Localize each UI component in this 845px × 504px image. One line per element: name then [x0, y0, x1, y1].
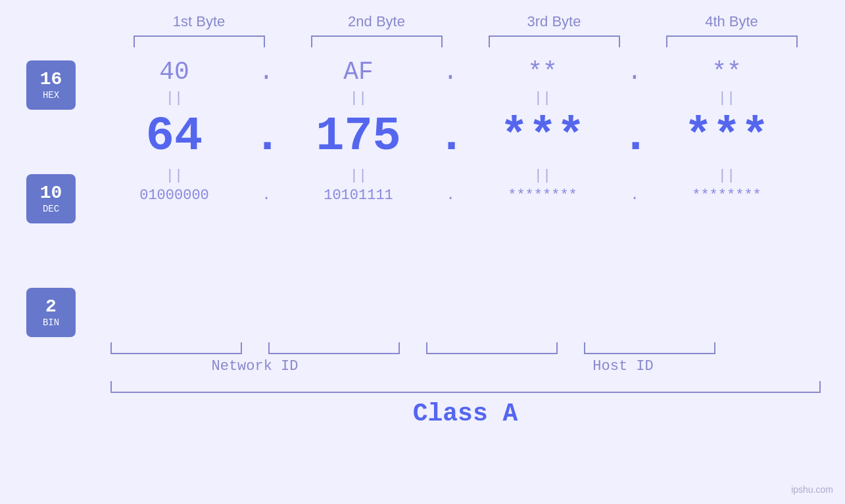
- main-content-area: 16 HEX 10 DEC 2 BIN 40 . AF . ** . **: [0, 54, 845, 337]
- hex-badge: 16 HEX: [26, 60, 76, 110]
- dec-badge-num: 10: [40, 183, 62, 204]
- dec-val-3: ***: [464, 110, 621, 164]
- bottom-section: Network ID Host ID Class A: [110, 342, 821, 428]
- bin-val-4: ********: [648, 187, 806, 204]
- byte-label-1: 1st Byte: [120, 13, 278, 30]
- bin-sep-2: .: [437, 187, 464, 204]
- top-bracket-3: [489, 35, 620, 47]
- class-label-container: Class A: [110, 400, 821, 428]
- eq-4: ||: [648, 90, 806, 106]
- eq2-3: ||: [464, 168, 621, 184]
- byte-label-4: 4th Byte: [653, 13, 811, 30]
- host-bracket-3: [426, 342, 558, 354]
- byte-labels-row: 1st Byte 2nd Byte 3rd Byte 4th Byte: [110, 13, 821, 30]
- watermark: ipshu.com: [791, 484, 833, 495]
- data-grid: 40 . AF . ** . ** || || || || 64: [95, 54, 845, 204]
- bin-sep-3: .: [621, 187, 648, 204]
- bottom-brackets: [110, 342, 821, 354]
- bin-badge-label: BIN: [43, 317, 59, 328]
- bin-val-3: ********: [464, 187, 621, 204]
- eq2-4: ||: [648, 168, 806, 184]
- hex-badge-label: HEX: [43, 90, 59, 101]
- byte-label-2: 2nd Byte: [298, 13, 456, 30]
- eq2-2: ||: [279, 168, 437, 184]
- label-gap: [400, 358, 426, 375]
- badges-column: 16 HEX 10 DEC 2 BIN: [26, 60, 76, 337]
- hex-sep-1: .: [253, 58, 279, 86]
- top-bracket-4: [666, 35, 798, 47]
- hex-sep-3: .: [621, 58, 648, 86]
- host-bracket-4: [584, 342, 715, 354]
- top-bracket-1: [133, 35, 265, 47]
- big-bottom-bracket: [110, 381, 821, 393]
- hex-val-1: 40: [95, 58, 253, 86]
- bin-val-2: 10101111: [279, 187, 437, 204]
- hex-badge-num: 16: [40, 70, 62, 90]
- top-bracket-row: [110, 35, 821, 47]
- sep-space-3: [558, 342, 584, 354]
- network-id-label: Network ID: [110, 358, 400, 375]
- network-bracket-2: [268, 342, 400, 354]
- dec-badge-label: DEC: [43, 204, 59, 214]
- bin-val-1: 01000000: [95, 187, 253, 204]
- bin-data-row: 01000000 . 10101111 . ******** . *******…: [95, 187, 845, 204]
- eq-3: ||: [464, 90, 621, 106]
- dec-sep-3: .: [621, 110, 648, 164]
- dec-val-2: 175: [279, 110, 437, 164]
- hex-val-2: AF: [279, 58, 437, 86]
- network-bracket-1: [110, 342, 242, 354]
- hex-val-3: **: [464, 58, 621, 86]
- eq-row-2: || || || ||: [95, 166, 845, 185]
- eq-row-1: || || || ||: [95, 89, 845, 107]
- main-container: 1st Byte 2nd Byte 3rd Byte 4th Byte 16 H…: [0, 0, 845, 504]
- top-bracket-2: [311, 35, 443, 47]
- eq2-1: ||: [95, 168, 253, 184]
- dec-badge: 10 DEC: [26, 174, 76, 223]
- eq-1: ||: [95, 90, 253, 106]
- hex-sep-2: .: [437, 58, 464, 86]
- bin-badge: 2 BIN: [26, 288, 76, 337]
- class-label: Class A: [413, 400, 518, 428]
- sep-space-2: [400, 342, 426, 354]
- host-id-label: Host ID: [426, 358, 821, 375]
- dec-val-1: 64: [95, 110, 253, 164]
- dec-sep-2: .: [437, 110, 464, 164]
- eq-2: ||: [279, 90, 437, 106]
- dec-data-row: 64 . 175 . *** . ***: [95, 110, 845, 164]
- hex-data-row: 40 . AF . ** . **: [95, 58, 845, 86]
- bin-sep-1: .: [253, 187, 279, 204]
- hex-val-4: **: [648, 58, 806, 86]
- dec-sep-1: .: [253, 110, 279, 164]
- sep-space-1: [242, 342, 268, 354]
- bin-badge-num: 2: [45, 297, 57, 317]
- dec-val-4: ***: [648, 110, 806, 164]
- id-labels: Network ID Host ID: [110, 358, 821, 375]
- byte-label-3: 3rd Byte: [475, 13, 633, 30]
